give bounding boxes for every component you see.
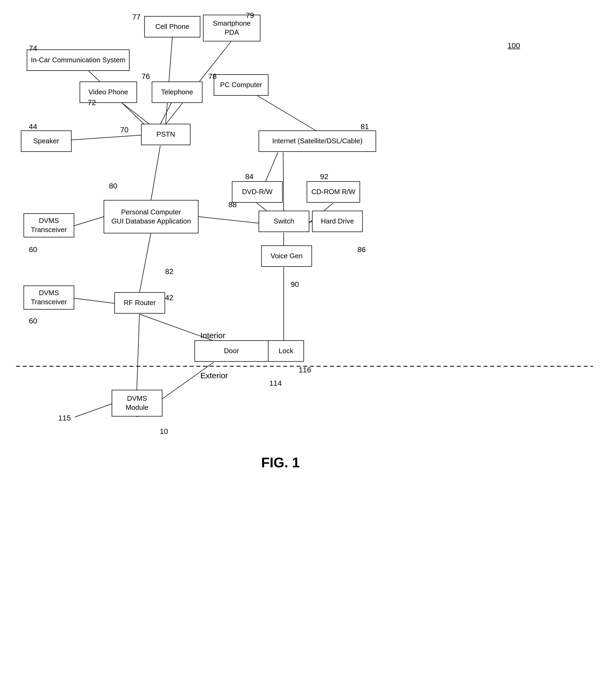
pc-computer-node: PC Computer	[214, 74, 268, 96]
dvms-module-node: DVMSModule	[112, 390, 162, 417]
ref-84: 84	[245, 172, 254, 181]
telephone-node: Telephone	[152, 82, 202, 103]
svg-line-6	[151, 146, 160, 201]
dvms-transceiver1-node: DVMSTransceiver	[23, 213, 74, 237]
speaker-node: Speaker	[21, 130, 72, 152]
svg-line-21	[75, 404, 112, 417]
ref-44: 44	[29, 122, 37, 131]
figure-caption: FIG. 1	[227, 455, 334, 471]
exterior-label: Exterior	[200, 371, 228, 380]
switch-node: Switch	[259, 211, 309, 232]
ref-92: 92	[320, 172, 328, 181]
cd-rom-node: CD-ROM R/W	[307, 181, 360, 203]
ref-80: 80	[109, 182, 117, 190]
cell-phone-node: Cell Phone	[144, 16, 200, 37]
internet-node: Internet (Satellite/DSL/Cable)	[259, 130, 376, 152]
ref-114: 114	[269, 379, 282, 388]
diagram: Cell Phone SmartphonePDA In-Car Communic…	[0, 0, 616, 690]
ref-90: 90	[291, 280, 299, 289]
ref-60b: 60	[29, 317, 37, 325]
ref-70: 70	[120, 126, 129, 134]
ref-116: 116	[299, 366, 311, 374]
ref-60a: 60	[29, 246, 37, 254]
ref-81: 81	[360, 122, 369, 131]
ref-76: 76	[141, 72, 150, 81]
dvms-transceiver2-node: DVMSTransceiver	[23, 286, 74, 310]
voice-gen-node: Voice Gen	[261, 246, 312, 267]
svg-line-11	[198, 216, 259, 223]
svg-line-20	[137, 314, 139, 390]
ref-100: 100	[508, 41, 520, 50]
ref-42: 42	[165, 294, 173, 302]
ref-74: 74	[29, 44, 37, 53]
svg-line-0	[166, 37, 172, 124]
ref-115: 115	[58, 414, 71, 422]
door-node: Door	[195, 340, 268, 362]
rf-router-node: RF Router	[114, 292, 165, 314]
svg-line-15	[139, 233, 151, 293]
ref-86: 86	[357, 246, 366, 254]
hard-drive-node: Hard Drive	[312, 211, 363, 232]
ref-78: 78	[208, 72, 217, 81]
svg-line-10	[257, 203, 267, 211]
ref-72: 72	[88, 98, 96, 107]
ref-88: 88	[228, 201, 237, 209]
lock-node: Lock	[268, 340, 304, 362]
svg-line-17	[73, 298, 115, 304]
ref-77: 77	[132, 13, 140, 21]
svg-line-16	[73, 216, 104, 226]
ref-10: 10	[160, 427, 168, 436]
ref-82: 82	[165, 267, 173, 276]
pstn-node: PSTN	[141, 124, 191, 145]
dvd-rw-node: DVD-R/W	[232, 181, 283, 203]
ref-79: 79	[246, 11, 254, 20]
interior-label: Interior	[200, 331, 225, 340]
in-car-node: In-Car Communication System	[27, 49, 130, 71]
svg-line-8	[283, 152, 284, 211]
personal-computer-node: Personal ComputerGUI Database Applicatio…	[104, 200, 198, 233]
